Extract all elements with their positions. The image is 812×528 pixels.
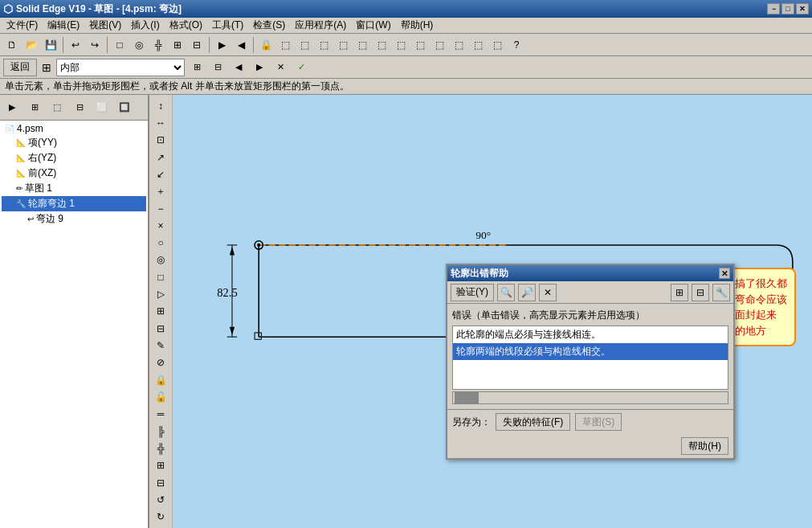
toolbar-btn-11[interactable]: ⊟ (188, 36, 206, 54)
right-toolbar-btn-20[interactable]: ╬ (151, 440, 170, 456)
right-toolbar-btn-6[interactable]: − (151, 201, 170, 216)
tb2-btn2[interactable]: ⊟ (209, 59, 226, 76)
toolbar-btn-10[interactable]: ⊞ (169, 36, 186, 54)
toolbar-btn-23[interactable]: ⬚ (392, 36, 410, 54)
right-toolbar-btn-11[interactable]: ▷ (151, 286, 170, 301)
right-toolbar-btn-15[interactable]: ⊘ (151, 355, 170, 370)
toolbar-btn-9[interactable]: ╬ (149, 36, 167, 54)
toolbar-btn-20[interactable]: ⬚ (334, 36, 352, 54)
right-toolbar-btn-1[interactable]: ↔ (151, 115, 170, 130)
tb2-next[interactable]: ▶ (251, 59, 268, 76)
right-toolbar-btn-12[interactable]: ⊞ (151, 304, 170, 319)
right-toolbar-btn-22[interactable]: ⊟ (151, 475, 170, 490)
verify-button[interactable]: 验证(Y) (451, 284, 494, 301)
menu-item-5[interactable]: 工具(T) (207, 17, 248, 34)
remove-icon[interactable]: ✕ (539, 284, 557, 301)
tb2-confirm[interactable]: ✓ (292, 59, 310, 76)
toolbar-btn-2[interactable]: 💾 (42, 36, 59, 54)
tb2-prev[interactable]: ◀ (230, 59, 247, 76)
menu-item-7[interactable]: 应用程序(A) (290, 17, 351, 34)
right-toolbar-btn-8[interactable]: ○ (151, 235, 170, 251)
toolbar-btn-19[interactable]: ⬚ (315, 36, 333, 54)
toolbar-btn-0[interactable]: 🗋 (3, 36, 21, 54)
toolbar-btn-17[interactable]: ⬚ (276, 36, 294, 54)
zoom-icon[interactable]: 🔎 (518, 284, 536, 301)
tree-item-3[interactable]: 📐前(XZ) (2, 166, 146, 181)
toolbar-btn-1[interactable]: 📂 (22, 36, 40, 54)
right-toolbar-btn-19[interactable]: ╠ (151, 424, 170, 439)
right-toolbar-btn-23[interactable]: ↺ (151, 492, 170, 507)
right-toolbar-btn-4[interactable]: ↙ (151, 166, 170, 182)
right-toolbar-btn-24[interactable]: ↻ (151, 510, 170, 525)
toolbar-btn-26[interactable]: ⬚ (450, 36, 467, 54)
error-item-1[interactable]: 此轮廓的端点必须与连接线相连。 (453, 326, 728, 343)
dialog-icon1[interactable]: ⊞ (671, 284, 688, 301)
return-button[interactable]: 返回 (3, 59, 37, 76)
right-toolbar-btn-3[interactable]: ↗ (151, 149, 170, 165)
toolbar-btn-18[interactable]: ⬚ (296, 36, 313, 54)
right-toolbar-btn-13[interactable]: ⊟ (151, 321, 170, 336)
menu-item-0[interactable]: 文件(F) (2, 17, 43, 34)
toolbar-btn-25[interactable]: ⬚ (430, 36, 448, 54)
tree-item-6[interactable]: ↩弯边 9 (2, 211, 146, 227)
dialog-icon2[interactable]: ⊟ (692, 284, 709, 301)
right-toolbar-btn-16[interactable]: 🔒 (151, 372, 170, 387)
right-toolbar-btn-10[interactable]: □ (151, 269, 170, 284)
view-select[interactable]: 内部 外部 (56, 59, 185, 76)
toolbar-btn-27[interactable]: ⬚ (469, 36, 487, 54)
toolbar-btn-28[interactable]: ⬚ (488, 36, 506, 54)
tree-item-2[interactable]: 📐右(YZ) (2, 150, 146, 166)
failed-feature-button[interactable]: 失败的特征(F) (496, 413, 570, 431)
help-button[interactable]: 帮助(H) (681, 437, 728, 455)
menu-item-6[interactable]: 检查(S) (248, 17, 290, 34)
grid-button[interactable]: ⊞ (188, 59, 206, 76)
toolbar-btn-14[interactable]: ◀ (232, 36, 250, 54)
toolbar-btn-16[interactable]: 🔒 (257, 36, 275, 54)
toolbar-btn-8[interactable]: ◎ (130, 36, 148, 54)
dialog-close-button[interactable]: ✕ (719, 268, 730, 279)
right-toolbar-btn-14[interactable]: ✎ (151, 338, 170, 353)
right-toolbar-btn-2[interactable]: ⊡ (151, 133, 170, 148)
right-toolbar-btn-17[interactable]: 🔓 (151, 389, 170, 404)
minimize-button[interactable]: － (767, 3, 780, 14)
tree-item-4[interactable]: ✏草图 1 (2, 181, 146, 196)
toolbar-btn-4[interactable]: ↩ (67, 36, 84, 54)
maximize-button[interactable]: □ (781, 3, 794, 14)
menu-item-2[interactable]: 视图(V) (84, 17, 126, 34)
right-toolbar-btn-5[interactable]: ＋ (151, 184, 170, 199)
left-toolbar-btn-1[interactable]: ⊞ (24, 98, 45, 117)
error-item-2[interactable]: 轮廓两端的线段必须与构造线相交。 (453, 343, 728, 360)
sketch-button[interactable]: 草图(S) (575, 413, 622, 431)
toolbar-btn-29[interactable]: ? (508, 36, 525, 54)
toolbar-btn-7[interactable]: □ (111, 36, 129, 54)
left-toolbar-btn-3[interactable]: ⊟ (69, 98, 90, 117)
toolbar-btn-22[interactable]: ⬚ (373, 36, 390, 54)
right-toolbar-btn-0[interactable]: ↕ (151, 98, 170, 113)
tb2-cancel[interactable]: ✕ (271, 59, 289, 76)
menu-item-9[interactable]: 帮助(H) (396, 17, 439, 34)
tree-item-1[interactable]: 📐项(YY) (2, 135, 146, 150)
dialog-error-list[interactable]: 此轮廓的端点必须与连接线相连。 轮廓两端的线段必须与构造线相交。 (452, 325, 728, 390)
right-toolbar-btn-21[interactable]: ⊞ (151, 458, 170, 473)
left-toolbar-btn-2[interactable]: ⬚ (47, 98, 67, 117)
left-toolbar-btn-5[interactable]: 🔲 (114, 98, 135, 117)
toolbar-btn-5[interactable]: ↪ (86, 36, 104, 54)
right-toolbar-btn-9[interactable]: ◎ (151, 252, 170, 268)
dialog-icon3[interactable]: 🔧 (712, 284, 730, 301)
right-toolbar-btn-18[interactable]: ═ (151, 407, 170, 422)
left-toolbar-btn-0[interactable]: ▶ (2, 98, 22, 117)
dialog-scrollbar[interactable] (452, 391, 728, 404)
right-toolbar-btn-7[interactable]: × (151, 218, 170, 233)
left-toolbar-btn-4[interactable]: ⬜ (92, 98, 112, 117)
menu-item-8[interactable]: 窗口(W) (351, 17, 395, 34)
tree-item-5[interactable]: 🔧轮廓弯边 1 (2, 196, 146, 211)
toolbar-btn-21[interactable]: ⬚ (353, 36, 371, 54)
menu-item-4[interactable]: 格式(O) (165, 17, 207, 34)
close-button[interactable]: ✕ (796, 3, 809, 14)
search-icon[interactable]: 🔍 (497, 284, 515, 301)
toolbar-btn-24[interactable]: ⬚ (411, 36, 429, 54)
tree-item-0[interactable]: 📄4.psm (2, 122, 146, 135)
menu-item-3[interactable]: 插入(I) (126, 17, 164, 34)
menu-item-1[interactable]: 编辑(E) (43, 17, 84, 34)
toolbar-btn-13[interactable]: ▶ (213, 36, 231, 54)
